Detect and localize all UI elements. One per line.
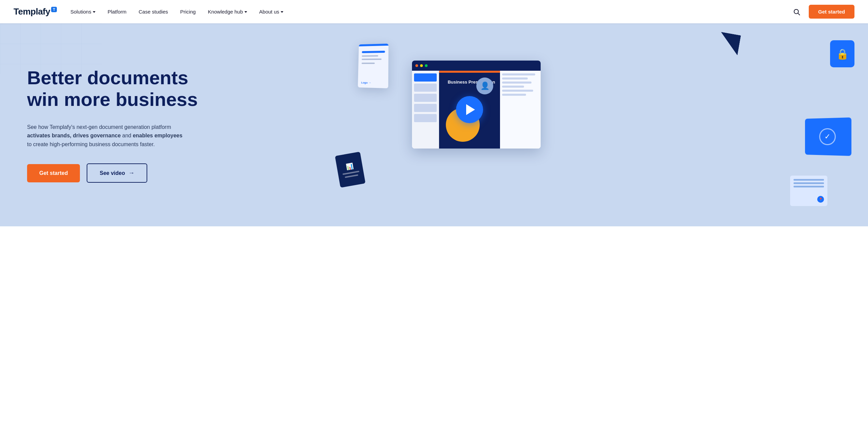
chevron-down-icon — [244, 11, 247, 13]
hero-bg-grid — [0, 23, 102, 74]
nav-pricing[interactable]: Pricing — [180, 9, 196, 15]
logo-badge: T — [51, 7, 57, 12]
presentation-card: Business Presentation 👤 — [412, 61, 541, 149]
lock-icon: 🔒 — [836, 48, 849, 60]
logo-text: Templafy — [14, 6, 50, 17]
svg-rect-2 — [0, 23, 102, 74]
pres-main: Business Presentation 👤 — [439, 71, 500, 149]
nav-links: Solutions Platform Case studies Pricing … — [70, 9, 791, 15]
nav-knowledge-hub[interactable]: Knowledge hub — [208, 9, 247, 15]
chart-icon: 📊 — [345, 162, 354, 171]
hero-subtitle: See how Templafy's next-gen document gen… — [27, 123, 183, 149]
chevron-down-icon — [281, 11, 283, 13]
nav-solutions[interactable]: Solutions — [70, 9, 95, 15]
hero-content: Better documents win more business See h… — [27, 67, 198, 183]
checkmark-icon: ✓ — [819, 128, 836, 145]
arrow-right-icon: → — [128, 170, 134, 177]
navigation: TemplafyT Solutions Platform Case studie… — [0, 0, 868, 23]
hero-section: Better documents win more business See h… — [0, 23, 868, 226]
hero-get-started-button[interactable]: Get started — [27, 164, 80, 182]
search-icon — [793, 8, 800, 16]
pres-header — [412, 61, 541, 71]
doc-card-1: Logo → — [358, 44, 389, 88]
nav-about-us[interactable]: About us — [259, 9, 283, 15]
play-icon — [466, 104, 475, 115]
svg-line-1 — [798, 13, 800, 15]
check-card: ✓ — [805, 117, 851, 156]
pres-title: Business Presentation — [448, 79, 495, 85]
pres-body: Business Presentation 👤 — [412, 71, 541, 149]
doc-white-card: 📍 — [790, 176, 827, 206]
pres-sidebar — [412, 71, 439, 149]
location-pin-icon: 📍 — [817, 196, 824, 203]
chevron-down-icon — [93, 11, 95, 13]
doc-blue-card: 📊 — [335, 152, 366, 188]
corner-piece — [717, 32, 741, 55]
logo[interactable]: TemplafyT — [14, 6, 57, 17]
pres-right-panel — [500, 71, 541, 149]
nav-get-started-button[interactable]: Get started — [809, 5, 854, 19]
hero-see-video-button[interactable]: See video → — [87, 163, 147, 183]
search-button[interactable] — [791, 6, 802, 17]
nav-platform[interactable]: Platform — [108, 9, 127, 15]
pres-circle — [446, 108, 480, 142]
lock-card: 🔒 — [830, 40, 854, 67]
hero-illustration: Logo → 🔒 — [304, 23, 868, 226]
nav-right: Get started — [791, 5, 854, 19]
nav-case-studies[interactable]: Case studies — [139, 9, 168, 15]
pres-person-avatar: 👤 — [476, 77, 493, 94]
hero-buttons: Get started See video → — [27, 163, 198, 183]
hero-title: Better documents win more business — [27, 67, 198, 111]
play-button[interactable] — [456, 96, 483, 123]
